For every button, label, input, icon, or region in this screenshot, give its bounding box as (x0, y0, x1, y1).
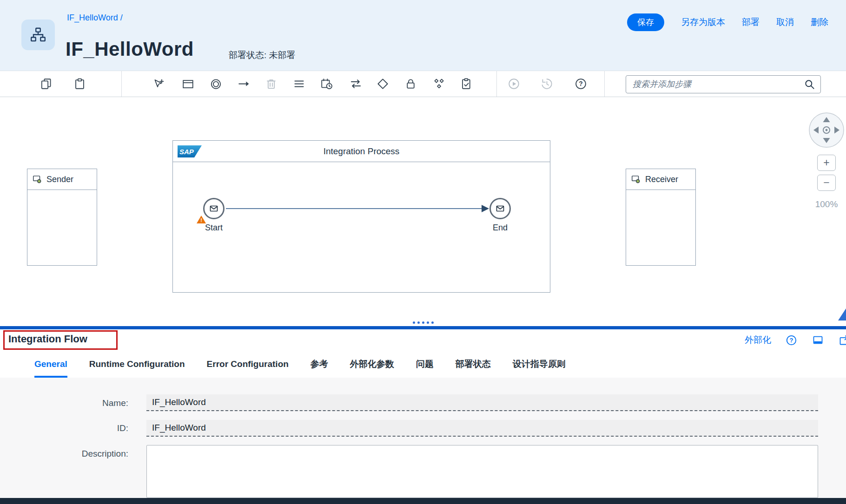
mapping-button[interactable] (429, 74, 449, 94)
svg-text:?: ? (579, 80, 582, 87)
externalize-button[interactable]: 外部化 (745, 334, 771, 346)
receiver-box[interactable]: Receiver (626, 169, 696, 266)
panel-divider (0, 326, 846, 329)
restore-history-icon (540, 77, 554, 91)
add-step-icon (152, 77, 166, 91)
process-title: Integration Process (324, 146, 400, 157)
expand-panel-button[interactable] (838, 334, 846, 347)
save-as-version-button[interactable]: 另存为版本 (681, 16, 725, 28)
bottom-edge-bar (0, 498, 846, 504)
id-label: ID: (37, 423, 128, 433)
process-lines-icon (292, 77, 306, 91)
validation-button[interactable] (456, 74, 476, 94)
name-input[interactable] (146, 394, 818, 411)
help-button[interactable]: ? (571, 74, 590, 94)
id-input[interactable] (146, 420, 818, 437)
name-label: Name: (37, 398, 128, 408)
step-search (626, 75, 821, 93)
timer-button[interactable] (317, 74, 336, 94)
general-form: Name: ID: Description: (0, 378, 846, 498)
zoom-out-button[interactable]: − (817, 175, 836, 191)
trash-icon (264, 77, 278, 91)
participant-button[interactable] (178, 74, 198, 94)
event-button[interactable] (206, 74, 225, 94)
tab-design-guidelines[interactable]: 设计指导原则 (513, 351, 566, 378)
pan-compass-control[interactable] (807, 111, 846, 151)
gateway-diamond-icon (376, 77, 390, 91)
zoom-level: 100% (807, 199, 846, 209)
sender-header: Sender (27, 169, 97, 190)
description-input[interactable] (146, 445, 818, 498)
exchange-arrows-icon (349, 77, 363, 91)
end-node-label: End (479, 223, 522, 233)
search-icon[interactable] (804, 79, 816, 91)
breadcrumb[interactable]: IF_HelloWord / (67, 13, 123, 23)
message-envelope-icon (208, 203, 219, 214)
tab-general[interactable]: General (34, 351, 67, 378)
editor-toolbar: ? (0, 71, 846, 97)
gateway-button[interactable] (373, 74, 392, 94)
add-step-button[interactable] (149, 74, 169, 94)
timer-icon (320, 77, 333, 91)
search-input[interactable] (633, 79, 804, 89)
toolbar-separator (496, 71, 497, 97)
security-button[interactable] (401, 74, 420, 94)
delete-step-button[interactable] (261, 74, 281, 94)
panel-title: Integration Flow (8, 333, 87, 345)
panel-help-button[interactable]: ? (785, 334, 798, 347)
lock-icon (404, 77, 417, 91)
header-actions: 保存 另存为版本 部署 取消 删除 (627, 13, 828, 32)
cancel-button[interactable]: 取消 (776, 16, 794, 28)
panel-tools: 外部化 ? (745, 329, 846, 351)
page-title: IF_HelloWord (66, 38, 194, 60)
sequence-flow-arrowhead (482, 205, 489, 212)
expand-icon (838, 334, 846, 347)
help-icon: ? (574, 77, 588, 91)
start-event-node[interactable] (203, 198, 225, 219)
tab-problems[interactable]: 问题 (416, 351, 434, 378)
description-label: Description: (37, 449, 128, 459)
paste-icon (73, 77, 86, 91)
receiver-header: Receiver (626, 169, 695, 190)
restore-button[interactable] (537, 74, 556, 94)
deploy-status: 部署状态: 未部署 (229, 49, 296, 61)
copy-button[interactable] (36, 74, 56, 94)
integration-process-header: SAP Integration Process (173, 141, 550, 162)
svg-text:SAP: SAP (179, 148, 194, 156)
tab-references[interactable]: 参考 (311, 351, 328, 378)
sequence-flow-line[interactable] (226, 208, 482, 209)
toolbar-separator (604, 71, 605, 97)
panel-resize-handle[interactable] (0, 320, 846, 325)
properties-panel-header: Integration Flow 外部化 ? (0, 329, 846, 351)
sitemap-icon (29, 26, 47, 44)
end-event-node[interactable] (489, 198, 511, 219)
start-node-label: Start (192, 223, 235, 233)
simulate-button[interactable] (504, 74, 523, 94)
event-icon (209, 77, 223, 91)
tab-deploy-status[interactable]: 部署状态 (456, 351, 491, 378)
tab-error-configuration[interactable]: Error Configuration (207, 351, 289, 378)
connector-button[interactable] (234, 74, 253, 94)
deploy-button[interactable]: 部署 (742, 16, 760, 28)
exchange-button[interactable] (346, 74, 365, 94)
tab-externalized-parameters[interactable]: 外部化参数 (350, 351, 394, 378)
save-button[interactable]: 保存 (627, 13, 664, 31)
sender-box[interactable]: Sender (27, 169, 97, 266)
clipboard-check-icon (460, 77, 473, 91)
sender-participant-icon (32, 174, 42, 184)
sender-label: Sender (46, 175, 73, 184)
receiver-participant-icon (631, 174, 641, 184)
delete-button[interactable]: 删除 (811, 16, 828, 28)
iflow-tile (21, 20, 55, 50)
tab-runtime-configuration[interactable]: Runtime Configuration (89, 351, 185, 378)
help-icon: ? (785, 334, 798, 347)
toolbar-separator (121, 71, 122, 97)
resize-corner-indicator (838, 308, 846, 321)
warning-mark: ! (200, 217, 202, 223)
zoom-in-button[interactable]: + (817, 155, 836, 171)
paste-button[interactable] (70, 74, 89, 94)
collapse-icon (812, 334, 824, 347)
message-envelope-icon (495, 203, 506, 214)
collapse-panel-button[interactable] (812, 334, 824, 347)
process-button[interactable] (289, 74, 309, 94)
